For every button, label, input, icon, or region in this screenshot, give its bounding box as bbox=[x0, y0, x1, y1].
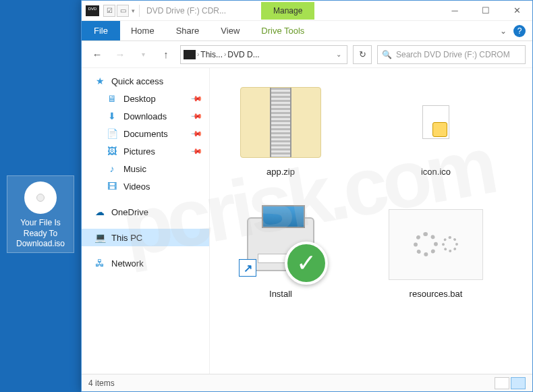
back-button[interactable]: ← bbox=[88, 46, 106, 63]
breadcrumb-seg-thispc[interactable]: This... bbox=[200, 50, 223, 59]
breadcrumb-seg-dvd[interactable]: DVD D... bbox=[227, 50, 259, 59]
status-bar: 4 items bbox=[82, 374, 532, 391]
drive-tools-tab[interactable]: Drive Tools bbox=[250, 21, 315, 40]
navigation-pane: ★ Quick access 🖥 Desktop 📌 ⬇ Downloads 📌… bbox=[82, 68, 210, 374]
breadcrumb-dropdown-icon[interactable]: ⌄ bbox=[333, 51, 344, 58]
shortcut-arrow-icon: ↗ bbox=[239, 259, 256, 277]
view-toggles bbox=[495, 377, 526, 389]
manage-contextual-tab[interactable]: Manage bbox=[261, 2, 314, 20]
file-label: icon.ico bbox=[421, 167, 451, 177]
ico-icon bbox=[422, 105, 449, 139]
sidebar-item-desktop[interactable]: 🖥 Desktop 📌 bbox=[82, 90, 209, 107]
sidebar-label: Documents bbox=[123, 129, 168, 139]
sidebar-item-videos[interactable]: 🎞 Videos bbox=[82, 177, 209, 195]
gears-icon bbox=[389, 209, 483, 280]
pin-icon: 📌 bbox=[190, 109, 202, 122]
close-button[interactable]: ✕ bbox=[501, 1, 532, 21]
pictures-icon: 🖼 bbox=[106, 146, 118, 157]
cloud-icon: ☁ bbox=[94, 206, 106, 217]
sidebar-label: This PC bbox=[111, 233, 142, 243]
sidebar-label: Downloads bbox=[123, 111, 167, 121]
collapse-ribbon-icon[interactable]: ⌄ bbox=[500, 26, 507, 36]
quick-access-toolbar: ☑ ▭ bbox=[103, 5, 129, 17]
drive-icon bbox=[184, 50, 196, 59]
sidebar-label: Network bbox=[111, 258, 144, 269]
file-install-shortcut[interactable]: ✓ ↗ Install bbox=[223, 204, 338, 299]
window-controls: ─ ☐ ✕ bbox=[439, 1, 532, 21]
sidebar-label: Pictures bbox=[123, 146, 155, 157]
search-icon: 🔍 bbox=[382, 50, 392, 59]
zip-icon bbox=[240, 87, 321, 158]
qat-properties-icon[interactable]: ☑ bbox=[103, 5, 115, 17]
file-label: resources.bat bbox=[410, 289, 463, 299]
file-icon-ico[interactable]: icon.ico bbox=[378, 82, 493, 177]
pc-icon: 💻 bbox=[94, 232, 106, 243]
sidebar-label: Desktop bbox=[123, 94, 156, 104]
file-label: Install bbox=[269, 289, 292, 299]
view-tab[interactable]: View bbox=[210, 21, 250, 40]
network-icon: 🖧 bbox=[94, 258, 106, 269]
sidebar-item-quickaccess[interactable]: ★ Quick access bbox=[82, 72, 209, 90]
pin-icon: 📌 bbox=[190, 127, 202, 140]
document-icon: 📄 bbox=[106, 128, 118, 139]
window-title: DVD Drive (F:) CDR... bbox=[146, 6, 254, 16]
separator bbox=[139, 5, 140, 17]
sidebar-label: Videos bbox=[123, 181, 150, 192]
sidebar-item-pictures[interactable]: 🖼 Pictures 📌 bbox=[82, 142, 209, 160]
file-label: app.zip bbox=[266, 167, 295, 177]
separator bbox=[82, 221, 209, 229]
item-count: 4 items bbox=[88, 379, 115, 388]
icons-view-button[interactable] bbox=[511, 377, 526, 389]
app-icon: DVD bbox=[86, 5, 99, 16]
desktop-iso-file[interactable]: Your File Is Ready To Download.iso bbox=[7, 175, 74, 253]
sidebar-item-downloads[interactable]: ⬇ Downloads 📌 bbox=[82, 107, 209, 125]
share-tab[interactable]: Share bbox=[165, 21, 211, 40]
file-resources-bat[interactable]: resources.bat bbox=[378, 204, 493, 299]
sidebar-item-thispc[interactable]: 💻 This PC bbox=[82, 229, 209, 246]
download-icon: ⬇ bbox=[106, 111, 118, 121]
titlebar: DVD ☑ ▭ ▾ DVD Drive (F:) CDR... Manage ─… bbox=[82, 1, 532, 21]
file-tab[interactable]: File bbox=[82, 21, 120, 40]
search-placeholder: Search DVD Drive (F:) CDROM bbox=[396, 50, 510, 59]
desktop-iso-label: Your File Is Ready To Download.iso bbox=[10, 218, 71, 250]
chevron-right-icon[interactable]: › bbox=[197, 51, 199, 58]
sidebar-label: Music bbox=[123, 164, 146, 174]
pin-icon: 📌 bbox=[190, 92, 202, 105]
sidebar-item-network[interactable]: 🖧 Network bbox=[82, 254, 209, 272]
search-input[interactable]: 🔍 Search DVD Drive (F:) CDROM bbox=[377, 45, 526, 64]
qat-dropdown-icon[interactable]: ▾ bbox=[132, 7, 135, 14]
home-tab[interactable]: Home bbox=[120, 21, 165, 40]
qat-newfolder-icon[interactable]: ▭ bbox=[117, 5, 129, 17]
sidebar-item-onedrive[interactable]: ☁ OneDrive bbox=[82, 203, 209, 221]
disc-icon bbox=[24, 181, 57, 214]
help-icon[interactable]: ? bbox=[513, 25, 526, 37]
separator bbox=[82, 246, 209, 254]
file-explorer-window: DVD ☑ ▭ ▾ DVD Drive (F:) CDR... Manage ─… bbox=[81, 0, 533, 392]
window-body: ★ Quick access 🖥 Desktop 📌 ⬇ Downloads 📌… bbox=[82, 68, 532, 374]
separator bbox=[82, 195, 209, 203]
minimize-button[interactable]: ─ bbox=[439, 1, 470, 21]
sidebar-item-music[interactable]: ♪ Music bbox=[82, 160, 209, 177]
forward-button[interactable]: → bbox=[111, 46, 129, 63]
up-button[interactable]: ↑ bbox=[157, 46, 175, 63]
music-icon: ♪ bbox=[106, 163, 118, 174]
recent-dropdown-icon[interactable]: ▾ bbox=[134, 46, 152, 63]
desktop-icon: 🖥 bbox=[106, 93, 118, 104]
sidebar-item-documents[interactable]: 📄 Documents 📌 bbox=[82, 125, 209, 142]
chevron-right-icon[interactable]: › bbox=[224, 51, 226, 58]
printer-icon: ✓ ↗ bbox=[247, 217, 314, 271]
checkmark-icon: ✓ bbox=[285, 242, 328, 285]
breadcrumb[interactable]: › This... › DVD D... ⌄ bbox=[180, 45, 347, 64]
refresh-button[interactable]: ↻ bbox=[353, 45, 372, 64]
details-view-button[interactable] bbox=[495, 377, 509, 389]
sidebar-label: Quick access bbox=[111, 76, 163, 86]
maximize-button[interactable]: ☐ bbox=[470, 1, 501, 21]
sidebar-label: OneDrive bbox=[111, 207, 148, 217]
address-bar: ← → ▾ ↑ › This... › DVD D... ⌄ ↻ 🔍 Searc… bbox=[82, 41, 532, 68]
ribbon: File Home Share View Drive Tools ⌄ ? bbox=[82, 21, 532, 41]
file-app-zip[interactable]: app.zip bbox=[223, 82, 338, 177]
pin-icon: 📌 bbox=[190, 144, 202, 157]
file-list[interactable]: app.zip icon.ico ✓ ↗ Install bbox=[210, 68, 532, 374]
star-icon: ★ bbox=[94, 76, 106, 86]
videos-icon: 🎞 bbox=[106, 181, 118, 192]
